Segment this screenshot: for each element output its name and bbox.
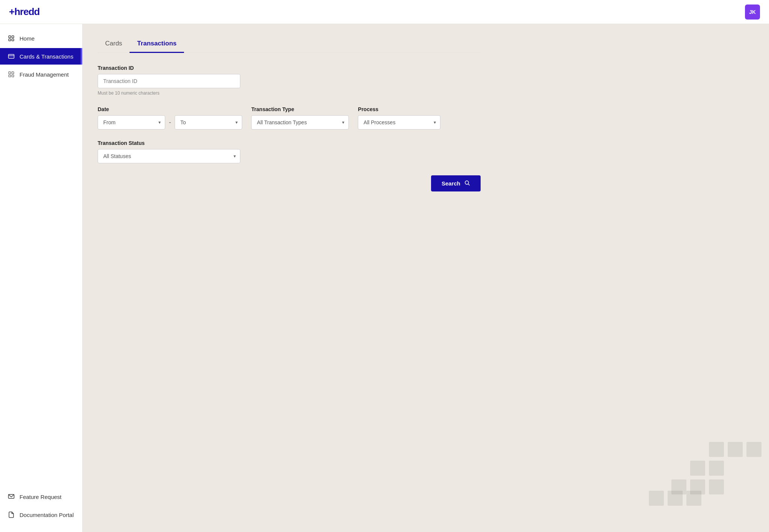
date-separator: - (169, 119, 171, 126)
transaction-id-input[interactable] (98, 74, 240, 88)
process-group: Process All Processes Online In-store AT… (358, 106, 440, 130)
sidebar-item-cards-transactions[interactable]: Cards & Transactions (0, 48, 82, 65)
svg-rect-1 (12, 36, 14, 38)
transaction-status-section: Transaction Status All Statuses Pending … (98, 140, 481, 163)
logo: +hredd (9, 6, 39, 18)
sidebar-item-home[interactable]: Home (0, 30, 82, 47)
sidebar-top: Home Cards & Transactions (0, 30, 82, 83)
sidebar-item-feature-request[interactable]: Feature Request (0, 488, 82, 505)
date-filter-group: Date From Jan 2024 Feb 2024 Mar 2024 Apr… (98, 106, 242, 130)
date-to-wrap: To Jan 2024 Feb 2024 Mar 2024 Apr 2024 ▾ (175, 115, 242, 130)
avatar[interactable]: JK (745, 5, 760, 20)
sidebar-item-fraud-label: Fraud Management (20, 71, 69, 78)
search-icon (464, 180, 470, 187)
status-wrap: All Statuses Pending Completed Failed Ca… (98, 149, 240, 163)
sidebar: Home Cards & Transactions (0, 24, 83, 532)
svg-rect-4 (9, 54, 14, 59)
fraud-icon (8, 71, 15, 78)
card-icon (8, 53, 15, 60)
content-area: Cards Transactions Transaction ID Must b… (83, 24, 496, 203)
svg-rect-7 (12, 72, 14, 74)
process-wrap: All Processes Online In-store ATM ▾ (358, 115, 440, 130)
transaction-status-label: Transaction Status (98, 140, 481, 146)
sidebar-item-feature-label: Feature Request (20, 494, 62, 500)
tab-cards[interactable]: Cards (98, 36, 130, 53)
search-button-label: Search (442, 180, 460, 187)
transaction-id-label: Transaction ID (98, 65, 481, 71)
transaction-id-section: Transaction ID Must be 10 numeric charac… (98, 65, 481, 96)
transaction-type-wrap: All Transaction Types Purchase Refund Tr… (251, 115, 349, 130)
filters-row: Date From Jan 2024 Feb 2024 Mar 2024 Apr… (98, 106, 481, 130)
svg-point-11 (465, 181, 469, 184)
tab-transactions[interactable]: Transactions (130, 36, 184, 53)
sidebar-item-home-label: Home (20, 35, 35, 42)
transaction-status-select[interactable]: All Statuses Pending Completed Failed Ca… (98, 149, 240, 163)
svg-rect-0 (9, 36, 11, 38)
sidebar-item-docs-label: Documentation Portal (20, 512, 74, 518)
search-button[interactable]: Search (431, 175, 481, 191)
main-content: Cards Transactions Transaction ID Must b… (83, 24, 769, 532)
sidebar-item-cards-label: Cards & Transactions (20, 53, 73, 60)
sidebar-bottom: Feature Request Documentation Portal (0, 488, 82, 526)
transaction-type-select[interactable]: All Transaction Types Purchase Refund Tr… (251, 115, 349, 130)
sidebar-item-docs[interactable]: Documentation Portal (0, 506, 82, 523)
date-from-wrap: From Jan 2024 Feb 2024 Mar 2024 Apr 2024… (98, 115, 165, 130)
svg-rect-6 (9, 72, 11, 74)
date-to-select[interactable]: To Jan 2024 Feb 2024 Mar 2024 Apr 2024 (175, 115, 242, 130)
svg-rect-3 (12, 39, 14, 41)
date-from-select[interactable]: From Jan 2024 Feb 2024 Mar 2024 Apr 2024 (98, 115, 165, 130)
decorative-pattern (649, 442, 769, 509)
transaction-id-hint: Must be 10 numeric characters (98, 90, 481, 96)
svg-rect-9 (12, 75, 14, 77)
app-layout: Home Cards & Transactions (0, 24, 769, 532)
doc-icon (8, 511, 15, 518)
search-btn-row: Search (98, 175, 481, 191)
date-label: Date (98, 106, 242, 112)
home-icon (8, 35, 15, 42)
svg-line-12 (468, 184, 470, 185)
transaction-type-group: Transaction Type All Transaction Types P… (251, 106, 349, 130)
svg-rect-2 (9, 39, 11, 41)
process-label: Process (358, 106, 440, 112)
sidebar-item-fraud[interactable]: Fraud Management (0, 66, 82, 83)
topbar: +hredd JK (0, 0, 769, 24)
svg-rect-8 (9, 75, 11, 77)
date-row: From Jan 2024 Feb 2024 Mar 2024 Apr 2024… (98, 115, 242, 130)
process-select[interactable]: All Processes Online In-store ATM (358, 115, 440, 130)
transaction-type-label: Transaction Type (251, 106, 349, 112)
chat-icon (8, 493, 15, 500)
tabs: Cards Transactions (98, 36, 481, 53)
